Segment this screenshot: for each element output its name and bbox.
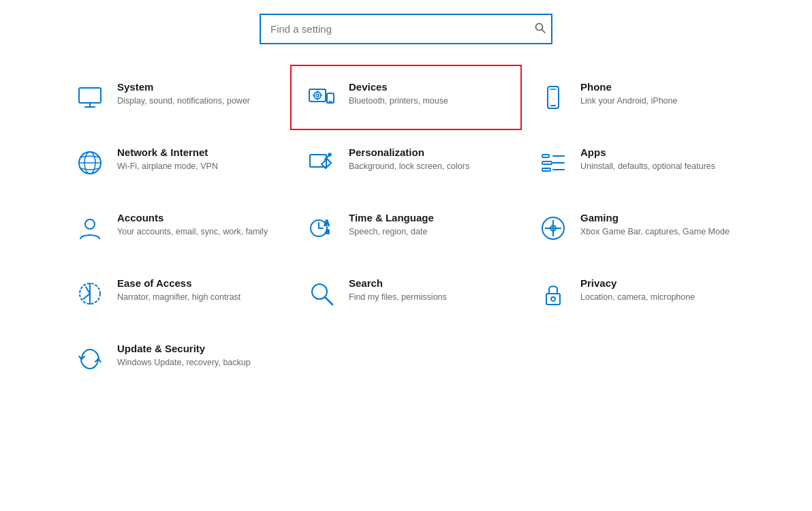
- personalization-icon: [305, 146, 338, 179]
- privacy-icon: [537, 277, 569, 310]
- gaming-text: Gaming Xbox Game Bar, captures, Game Mod…: [580, 212, 730, 238]
- svg-text:A: A: [324, 219, 330, 227]
- system-title: System: [117, 81, 250, 93]
- time-desc: Speech, region, date: [349, 226, 434, 238]
- setting-item-time[interactable]: A a Time & Language Speech, region, date: [290, 196, 522, 261]
- setting-item-ease[interactable]: Ease of Access Narrator, magnifier, high…: [59, 261, 290, 326]
- accounts-text: Accounts Your accounts, email, sync, wor…: [117, 212, 268, 238]
- personalization-desc: Background, lock screen, colors: [349, 161, 469, 173]
- setting-item-gaming[interactable]: Gaming Xbox Game Bar, captures, Game Mod…: [522, 196, 753, 261]
- svg-line-1: [542, 29, 546, 33]
- settings-grid: System Display, sound, notifications, po…: [59, 65, 753, 392]
- ease-text: Ease of Access Narrator, magnifier, high…: [117, 277, 240, 304]
- ease-desc: Narrator, magnifier, high contrast: [117, 292, 240, 304]
- ease-icon: [74, 277, 106, 310]
- phone-desc: Link your Android, iPhone: [580, 95, 677, 108]
- setting-item-apps[interactable]: Apps Uninstall, defaults, optional featu…: [522, 130, 753, 196]
- search-icon: [305, 277, 338, 310]
- svg-rect-20: [310, 155, 326, 167]
- network-text: Network & Internet Wi-Fi, airplane mode,…: [117, 146, 218, 173]
- search-button[interactable]: [535, 22, 546, 36]
- svg-rect-2: [79, 88, 101, 103]
- privacy-desc: Location, camera, microphone: [580, 292, 695, 304]
- svg-point-29: [85, 219, 95, 229]
- setting-item-phone[interactable]: Phone Link your Android, iPhone: [522, 65, 753, 130]
- svg-point-8: [316, 94, 319, 97]
- setting-item-privacy[interactable]: Privacy Location, camera, microphone: [522, 261, 753, 326]
- accounts-icon: [74, 212, 106, 245]
- accounts-desc: Your accounts, email, sync, work, family: [117, 226, 268, 238]
- phone-title: Phone: [580, 81, 677, 93]
- system-text: System Display, sound, notifications, po…: [117, 81, 250, 108]
- apps-desc: Uninstall, defaults, optional features: [580, 161, 715, 173]
- search-container: [260, 14, 552, 44]
- search-text: Search Find my files, permissions: [349, 277, 447, 304]
- accounts-title: Accounts: [117, 212, 268, 223]
- update-text: Update & Security Windows Update, recove…: [117, 343, 251, 369]
- svg-text:a: a: [326, 228, 330, 235]
- phone-icon: [537, 81, 569, 114]
- svg-rect-23: [542, 155, 549, 157]
- system-desc: Display, sound, notifications, power: [117, 95, 250, 108]
- setting-item-search[interactable]: Search Find my files, permissions: [290, 261, 522, 326]
- time-icon: A a: [305, 212, 338, 245]
- setting-item-network[interactable]: Network & Internet Wi-Fi, airplane mode,…: [59, 130, 290, 196]
- gaming-desc: Xbox Game Bar, captures, Game Mode: [580, 226, 730, 238]
- settings-page: System Display, sound, notifications, po…: [0, 0, 812, 511]
- svg-point-44: [551, 297, 555, 301]
- gaming-title: Gaming: [580, 212, 730, 223]
- apps-title: Apps: [580, 146, 715, 158]
- network-title: Network & Internet: [117, 146, 218, 158]
- search-input[interactable]: [260, 14, 552, 44]
- devices-icon: [305, 81, 338, 114]
- privacy-text: Privacy Location, camera, microphone: [580, 277, 695, 304]
- network-desc: Wi-Fi, airplane mode, VPN: [117, 161, 218, 173]
- ease-title: Ease of Access: [117, 277, 240, 289]
- update-icon: [74, 343, 106, 375]
- search-icon: [535, 22, 546, 33]
- search-desc: Find my files, permissions: [349, 292, 447, 304]
- svg-rect-25: [542, 168, 550, 171]
- setting-item-devices[interactable]: Devices Bluetooth, printers, mouse: [290, 65, 522, 130]
- setting-item-system[interactable]: System Display, sound, notifications, po…: [59, 65, 290, 130]
- gaming-icon: [537, 212, 569, 245]
- devices-text: Devices Bluetooth, printers, mouse: [349, 81, 448, 108]
- update-desc: Windows Update, recovery, backup: [117, 357, 251, 369]
- devices-title: Devices: [349, 81, 448, 93]
- update-title: Update & Security: [117, 343, 251, 354]
- setting-item-personalization[interactable]: Personalization Background, lock screen,…: [290, 130, 522, 196]
- apps-icon: [537, 146, 569, 179]
- svg-point-7: [314, 92, 321, 99]
- phone-text: Phone Link your Android, iPhone: [580, 81, 677, 108]
- personalization-title: Personalization: [349, 146, 469, 158]
- network-icon: [74, 146, 106, 179]
- setting-item-update[interactable]: Update & Security Windows Update, recove…: [59, 326, 290, 392]
- personalization-text: Personalization Background, lock screen,…: [349, 146, 469, 173]
- time-text: Time & Language Speech, region, date: [349, 212, 434, 238]
- svg-line-42: [325, 297, 332, 305]
- svg-rect-43: [546, 294, 560, 305]
- svg-rect-24: [542, 161, 552, 164]
- system-icon: [74, 81, 106, 114]
- time-title: Time & Language: [349, 212, 434, 223]
- search-title: Search: [349, 277, 447, 289]
- devices-desc: Bluetooth, printers, mouse: [349, 95, 448, 108]
- setting-item-accounts[interactable]: Accounts Your accounts, email, sync, wor…: [59, 196, 290, 261]
- privacy-title: Privacy: [580, 277, 695, 289]
- apps-text: Apps Uninstall, defaults, optional featu…: [580, 146, 715, 173]
